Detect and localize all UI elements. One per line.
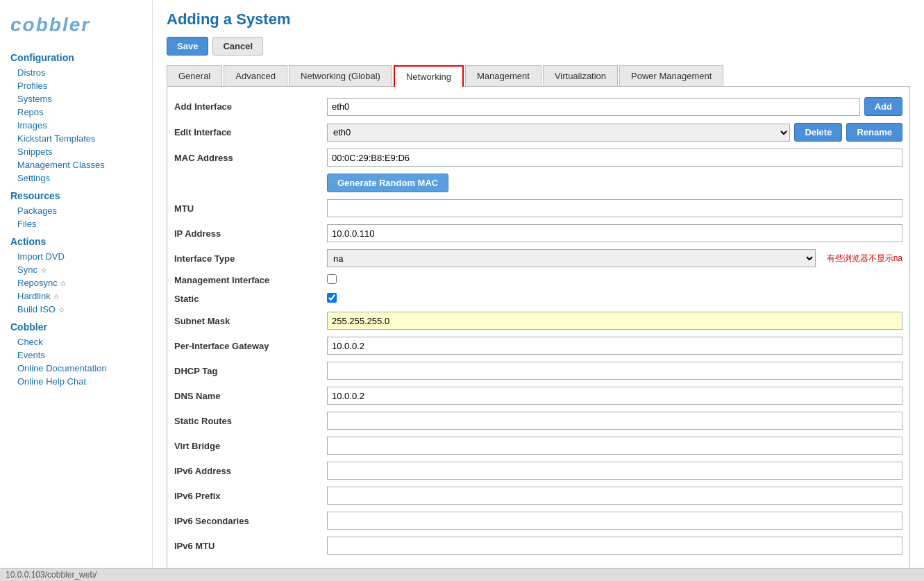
gear-icon: ☆ [58,305,65,314]
mac-address-row: MAC Address [174,149,902,167]
tab-advanced[interactable]: Advanced [224,65,287,86]
sidebar-link[interactable]: Profiles [17,81,47,91]
sidebar-link[interactable]: Online Help Chat [17,376,86,387]
gear-icon: ☆ [40,266,47,274]
sidebar-link[interactable]: Systems [17,94,52,104]
delete-button[interactable]: Delete [794,123,842,142]
sidebar-item[interactable]: Build ISO ☆ [0,303,152,316]
interface-type-hint: 有些浏览器不显示na [827,253,902,264]
tab-networking-global[interactable]: Networking (Global) [289,65,392,86]
static-label: Static [174,294,327,304]
ip-address-row: IP Address [174,224,902,242]
generate-mac-button[interactable]: Generate Random MAC [327,174,448,192]
sidebar-link[interactable]: Distros [17,67,45,78]
ipv6-address-input[interactable] [327,462,902,480]
sidebar-link[interactable]: Sync [17,264,40,275]
cancel-button[interactable]: Cancel [212,37,263,56]
tab-networking[interactable]: Networking [394,65,464,87]
ipv6-mtu-label: IPv6 MTU [174,541,327,551]
sidebar-item[interactable]: Check [0,335,152,348]
mtu-input[interactable] [327,199,902,217]
tab-management[interactable]: Management [465,65,541,86]
sidebar-link[interactable]: Packages [17,205,57,216]
mac-address-control [327,149,902,167]
sidebar-link[interactable]: Build ISO [17,304,58,314]
tab-general[interactable]: General [167,65,222,86]
sidebar-link[interactable]: Import DVD [17,251,65,262]
sidebar-link[interactable]: Snippets [17,146,53,157]
sidebar-link[interactable]: Online Documentation [17,363,107,373]
virt-bridge-input[interactable] [327,437,902,455]
sidebar-item[interactable]: Snippets [0,145,152,158]
subnet-mask-input[interactable] [327,312,902,330]
save-button[interactable]: Save [167,37,208,56]
add-interface-input[interactable] [327,98,860,116]
dns-name-input[interactable] [327,387,902,405]
add-interface-button[interactable]: Add [864,97,902,116]
add-interface-control: Add [327,97,902,116]
virt-bridge-label: Virt Bridge [174,441,327,451]
sidebar-item[interactable]: Hardlink ☆ [0,289,152,303]
sidebar-link[interactable]: Settings [17,173,50,183]
mac-address-input[interactable] [327,149,902,167]
gear-icon: ☆ [53,292,60,301]
ipv6-secondaries-input[interactable] [327,512,902,530]
ipv6-secondaries-label: IPv6 Secondaries [174,516,327,526]
sidebar-link[interactable]: Management Classes [17,160,105,170]
ip-address-input[interactable] [327,224,902,242]
generate-mac-control: Generate Random MAC [327,174,902,192]
gateway-input[interactable] [327,337,902,355]
sidebar-link[interactable]: Repos [17,107,44,117]
rename-button[interactable]: Rename [846,123,902,142]
virt-bridge-row: Virt Bridge [174,437,902,455]
sidebar-link[interactable]: Events [17,350,45,360]
sidebar-link[interactable]: Check [17,337,43,347]
sidebar-item[interactable]: Events [0,348,152,362]
sidebar-item[interactable]: Online Help Chat [0,375,152,388]
sidebar-item[interactable]: Kickstart Templates [0,132,152,145]
static-routes-label: Static Routes [174,416,327,426]
sidebar-item[interactable]: Import DVD [0,250,152,263]
sidebar-item[interactable]: Systems [0,92,152,106]
sidebar-link[interactable]: Kickstart Templates [17,133,95,144]
sidebar-item[interactable]: Settings [0,171,152,185]
interface-type-row: Interface Type nabondbond_slavebridgebri… [174,249,902,267]
sidebar-link[interactable]: Reposync [17,278,60,288]
action-buttons: Save Cancel [167,37,910,56]
tab-power-management[interactable]: Power Management [619,65,723,86]
sidebar-item[interactable]: Packages [0,204,152,217]
sidebar-item[interactable]: Files [0,217,152,230]
sidebar-link[interactable]: Files [17,219,36,229]
ip-address-control [327,224,902,242]
interface-type-label: Interface Type [174,253,327,264]
sidebar-item[interactable]: Repos [0,106,152,119]
sidebar-item[interactable]: Management Classes [0,158,152,171]
ipv6-mtu-input[interactable] [327,537,902,555]
generate-mac-row: Generate Random MAC [174,174,902,192]
sidebar-item[interactable]: Distros [0,66,152,79]
sidebar-link[interactable]: Images [17,120,47,130]
sidebar-section-title: Configuration [0,47,152,66]
subnet-mask-row: Subnet Mask [174,312,902,330]
ipv6-mtu-control [327,537,902,555]
sidebar-item[interactable]: Profiles [0,79,152,92]
edit-interface-select[interactable]: eth0 [327,124,790,142]
main-content: Adding a System Save Cancel GeneralAdvan… [153,0,924,581]
sidebar-item[interactable]: Images [0,119,152,132]
gateway-label: Per-Interface Gateway [174,341,327,351]
ipv6-prefix-input[interactable] [327,487,902,505]
management-interface-row: Management Interface [174,274,902,286]
interface-type-select[interactable]: nabondbond_slavebridgebridge_slavebonded… [327,249,816,267]
status-bar: 10.0.0.103/cobbler_web/ [0,568,924,581]
edit-interface-row: Edit Interface eth0 Delete Rename [174,123,902,142]
static-routes-input[interactable] [327,412,902,430]
sidebar-item[interactable]: Sync ☆ [0,263,152,276]
sidebar-link[interactable]: Hardlink [17,291,53,301]
sidebar-item[interactable]: Reposync ☆ [0,276,152,289]
ipv6-address-control [327,462,902,480]
static-checkbox[interactable] [327,293,337,303]
sidebar-item[interactable]: Online Documentation [0,362,152,375]
dhcp-tag-input[interactable] [327,362,902,380]
tab-virtualization[interactable]: Virtualization [543,65,618,86]
management-interface-checkbox[interactable] [327,274,337,284]
